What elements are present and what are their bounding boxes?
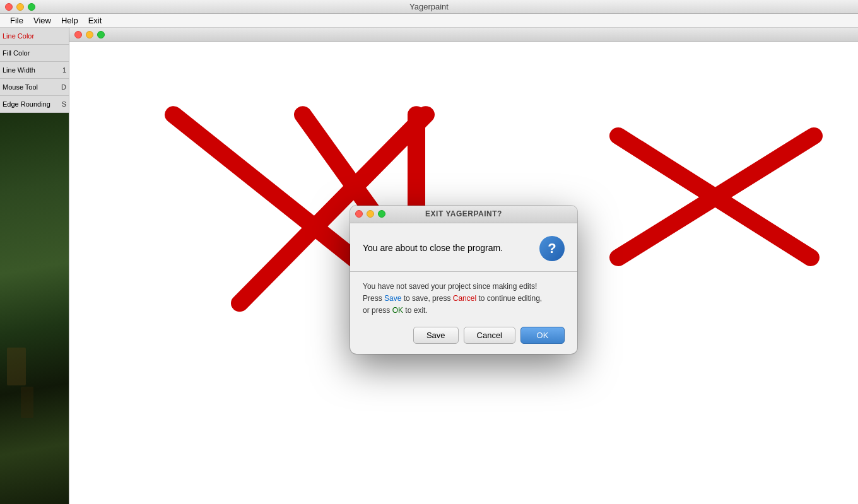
prop-fill-color: Fill Color [0, 45, 69, 62]
edge-rounding-value: S [62, 100, 66, 108]
prop-line-color: Line Color [0, 28, 69, 45]
dialog-body: You are about to close the program. ? Yo… [350, 223, 577, 355]
dialog-overlay: EXIT YAGERPAINT? You are about to close … [69, 42, 858, 504]
menu-bar: File View Help Exit [0, 14, 858, 28]
dialog-question-icon: ? [539, 236, 565, 261]
sidebar-image [0, 113, 69, 504]
detail-text-part1: You have not saved your project since ma… [363, 282, 537, 291]
line-width-value: 1 [62, 66, 66, 74]
title-bar: Yagerpaint [0, 0, 858, 14]
edge-rounding-label: Edge Rounding [3, 100, 62, 108]
fill-color-label: Fill Color [3, 49, 66, 57]
line-width-label: Line Width [3, 66, 62, 74]
cancel-button[interactable]: Cancel [464, 327, 515, 344]
ok-highlight: OK [392, 306, 403, 315]
mouse-tool-label: Mouse Tool [3, 83, 61, 91]
main-content: Line Color Fill Color Line Width 1 Mouse… [0, 28, 858, 504]
dialog-main-text: You are about to close the program. [363, 242, 531, 255]
prop-line-width: Line Width 1 [0, 62, 69, 79]
close-button[interactable] [5, 3, 13, 11]
inner-minimize-btn[interactable] [86, 31, 93, 38]
mouse-tool-value: D [61, 83, 66, 91]
inner-close-btn[interactable] [74, 31, 82, 38]
dialog-minimize-btn[interactable] [367, 210, 374, 218]
menu-exit[interactable]: Exit [83, 15, 107, 26]
prop-mouse-tool: Mouse Tool D [0, 79, 69, 96]
prop-edge-rounding: Edge Rounding S [0, 96, 69, 113]
dialog-header: You are about to close the program. ? [363, 236, 565, 261]
sidebar-image-area [0, 113, 69, 504]
minimize-button[interactable] [16, 3, 24, 11]
window-controls [5, 3, 35, 11]
sidebar: Line Color Fill Color Line Width 1 Mouse… [0, 28, 69, 504]
inner-title-bar [69, 28, 858, 42]
maximize-button[interactable] [28, 3, 35, 11]
detail-text-part2: Press Save to save, press Cancel to cont… [363, 294, 542, 303]
inner-maximize-btn[interactable] [97, 31, 105, 38]
save-button[interactable]: Save [413, 327, 459, 344]
cancel-highlight: Cancel [453, 294, 476, 303]
dialog-separator [350, 271, 577, 272]
dialog-close-btn[interactable] [355, 210, 363, 218]
app-window: Yagerpaint File View Help Exit Line Colo… [0, 0, 858, 504]
dialog-title: EXIT YAGERPAINT? [425, 209, 502, 218]
menu-view[interactable]: View [28, 15, 56, 26]
save-highlight: Save [384, 294, 401, 303]
canvas-area[interactable]: EXIT YAGERPAINT? You are about to close … [69, 28, 858, 504]
line-color-label: Line Color [3, 32, 66, 40]
ok-button[interactable]: OK [520, 327, 565, 344]
dialog-buttons: Save Cancel OK [363, 327, 565, 344]
inner-window-controls [74, 31, 105, 38]
menu-help[interactable]: Help [56, 15, 83, 26]
app-title: Yagerpaint [409, 2, 449, 11]
dialog-detail-text: You have not saved your project since ma… [363, 281, 565, 317]
exit-dialog: EXIT YAGERPAINT? You are about to close … [350, 206, 577, 355]
dialog-window-controls [355, 210, 385, 218]
detail-text-part3: or press OK to exit. [363, 306, 428, 315]
dialog-maximize-btn[interactable] [378, 210, 385, 218]
menu-file[interactable]: File [5, 15, 28, 26]
dialog-title-bar: EXIT YAGERPAINT? [350, 206, 577, 223]
